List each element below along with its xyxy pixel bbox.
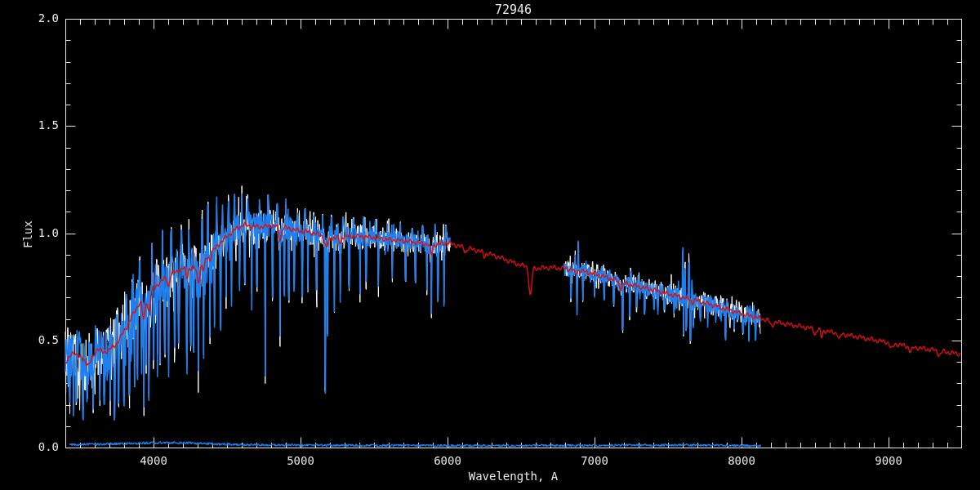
x-tick-label: 7000 — [568, 454, 621, 467]
y-tick-label: 1.5 — [0, 118, 59, 131]
y-tick-label: 0.0 — [0, 440, 59, 453]
y-tick-label: 2.0 — [0, 11, 59, 24]
y-tick-label: 0.5 — [0, 333, 59, 346]
y-tick-label: 1.0 — [0, 226, 59, 239]
x-tick-label: 9000 — [862, 454, 915, 467]
x-tick-label: 4000 — [127, 454, 180, 467]
x-tick-label: 8000 — [715, 454, 768, 467]
plot-title: 72946 — [65, 2, 961, 17]
x-axis-label: Wavelength, A — [65, 470, 961, 483]
spectrum-figure: 72946 Wavelength, A Flux 400050006000700… — [0, 0, 980, 490]
x-tick-label: 6000 — [421, 454, 474, 467]
spectrum-plot-canvas — [0, 0, 980, 490]
x-tick-label: 5000 — [274, 454, 327, 467]
